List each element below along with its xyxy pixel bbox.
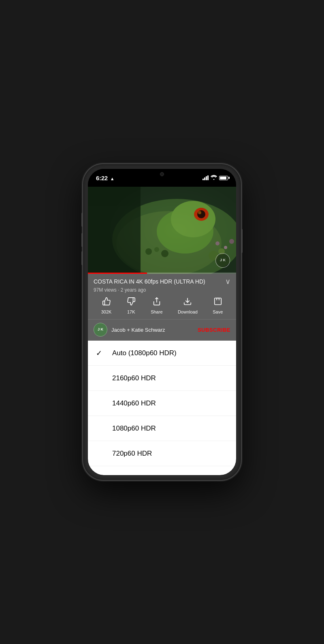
- quality-sheet: ✓ Auto (1080p60 HDR) 2160p60 HDR 1440p60…: [88, 341, 236, 475]
- channel-avatar[interactable]: J K: [94, 323, 107, 337]
- quality-item-auto[interactable]: ✓ Auto (1080p60 HDR): [88, 341, 236, 366]
- progress-fill: [88, 273, 147, 274]
- quality-item-480p[interactable]: 480p60 HDR: [88, 466, 236, 475]
- video-info-section: COSTA RICA IN 4K 60fps HDR (ULTRA HD) ∨ …: [88, 274, 236, 319]
- svg-point-16: [229, 239, 234, 244]
- quality-label-1440p: 1440p60 HDR: [112, 399, 156, 407]
- quality-item-1080p[interactable]: 1080p60 HDR: [88, 416, 236, 441]
- notch: [136, 169, 188, 180]
- svg-point-11: [161, 250, 168, 257]
- save-icon: [213, 297, 222, 308]
- quality-item-1440p[interactable]: 1440p60 HDR: [88, 391, 236, 416]
- svg-point-10: [154, 247, 159, 252]
- quality-label-auto: Auto (1080p60 HDR): [112, 349, 177, 357]
- svg-rect-8: [88, 187, 141, 274]
- wifi-icon: [211, 175, 217, 181]
- phone-screen: 6:22 ▲: [88, 169, 236, 475]
- status-icons: [202, 175, 228, 181]
- quality-label-2160p: 2160p60 HDR: [112, 374, 156, 382]
- signal-icon: [202, 175, 209, 180]
- battery-icon: [219, 176, 228, 180]
- channel-row: J K Jacob + Katie Schwarz SUBSCRIBE: [88, 319, 236, 341]
- dislike-count: 17K: [127, 309, 135, 314]
- video-age: 2 years ago: [121, 287, 146, 293]
- svg-point-6: [197, 210, 205, 218]
- like-button[interactable]: 302K: [101, 297, 112, 314]
- svg-point-15: [224, 246, 227, 249]
- like-count: 302K: [101, 309, 112, 314]
- quality-label-1080p: 1080p60 HDR: [112, 424, 156, 433]
- share-icon: [152, 297, 161, 308]
- download-icon: [183, 297, 192, 308]
- progress-bar[interactable]: [88, 273, 236, 274]
- frog-illustration: [88, 187, 236, 274]
- quality-label-480p: 480p60 HDR: [112, 475, 152, 476]
- svg-point-4: [171, 201, 215, 237]
- channel-logo-video: J K: [215, 253, 230, 268]
- action-buttons: 302K 17K: [94, 293, 230, 319]
- svg-rect-19: [214, 298, 221, 305]
- status-time: 6:22 ▲: [96, 175, 114, 181]
- subscribe-button[interactable]: SUBSCRIBE: [198, 327, 230, 333]
- check-icon: ✓: [96, 349, 112, 358]
- view-count: 97M views: [94, 287, 117, 293]
- thumb-up-icon: [102, 297, 111, 308]
- quality-item-720p[interactable]: 720p60 HDR: [88, 441, 236, 466]
- quality-item-2160p[interactable]: 2160p60 HDR: [88, 366, 236, 391]
- video-meta: 97M views · 2 years ago: [94, 287, 230, 293]
- save-button[interactable]: Save: [213, 297, 223, 314]
- chevron-down-icon[interactable]: ∨: [225, 277, 230, 286]
- status-bar: 6:22 ▲: [88, 169, 236, 187]
- share-button[interactable]: Share: [151, 297, 162, 314]
- download-label: Download: [178, 309, 198, 314]
- location-icon: ▲: [110, 176, 115, 181]
- svg-point-9: [145, 248, 152, 255]
- dislike-button[interactable]: 17K: [127, 297, 136, 314]
- channel-name[interactable]: Jacob + Katie Schwarz: [111, 327, 198, 333]
- svg-point-14: [215, 241, 220, 245]
- camera-dot: [160, 172, 164, 176]
- video-title: COSTA RICA IN 4K 60fps HDR (ULTRA HD): [94, 278, 222, 285]
- svg-point-7: [198, 211, 201, 214]
- video-thumbnail[interactable]: J K: [88, 187, 236, 274]
- quality-label-720p: 720p60 HDR: [112, 450, 152, 458]
- share-label: Share: [151, 309, 162, 314]
- download-button[interactable]: Download: [178, 297, 198, 314]
- quality-list: ✓ Auto (1080p60 HDR) 2160p60 HDR 1440p60…: [88, 341, 236, 475]
- thumb-down-icon: [127, 297, 136, 308]
- phone-device: 6:22 ▲: [83, 164, 241, 480]
- save-label: Save: [213, 309, 223, 314]
